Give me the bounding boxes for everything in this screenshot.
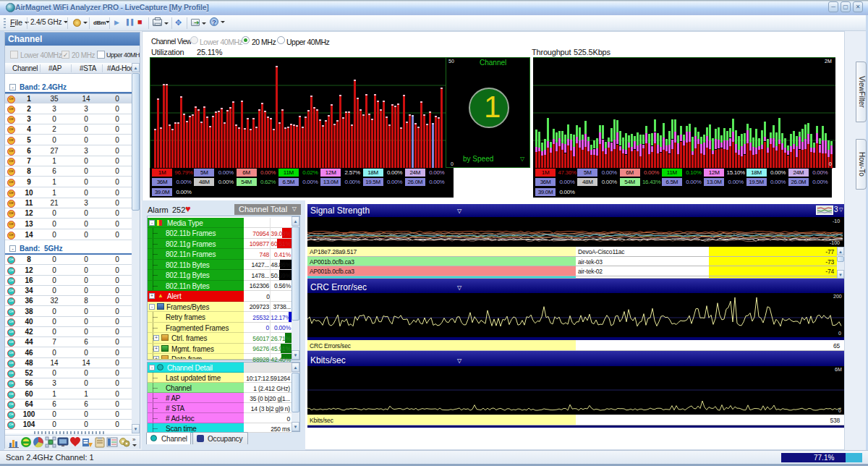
svg-text:»: » <box>132 436 136 443</box>
